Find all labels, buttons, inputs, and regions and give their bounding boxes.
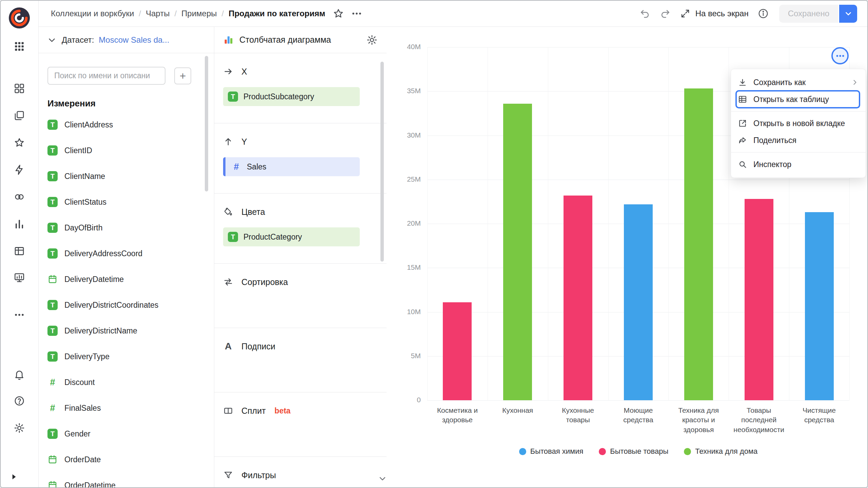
field-chip-Sales[interactable]: #Sales [223, 157, 360, 176]
field-drop-zone[interactable] [223, 289, 378, 328]
chart-settings-gear-icon[interactable] [366, 34, 378, 46]
search-input[interactable] [47, 67, 165, 85]
dataset-field-DayOfBirth[interactable]: TDayOfBirth [39, 215, 214, 241]
dataset-field-DeliveryAddressCoord[interactable]: TDeliveryAddressCoord [39, 241, 214, 266]
expand-rail-icon[interactable] [9, 472, 18, 481]
field-name: DeliveryType [64, 352, 110, 361]
apps-grid-icon[interactable] [14, 41, 25, 52]
bar-3[interactable] [564, 196, 592, 400]
scroll-down-chevron-icon[interactable] [378, 474, 387, 483]
field-chip-ProductCategory[interactable]: TProductCategory [223, 227, 360, 246]
datasets-icon[interactable] [14, 245, 25, 257]
dashboards-icon[interactable] [14, 272, 25, 283]
dataset-field-OrderDate[interactable]: OrderDate [39, 447, 214, 472]
notifications-icon[interactable] [14, 369, 25, 380]
menu-item-open-as-table[interactable]: Открыть как таблицу [731, 91, 866, 108]
chart-more-button[interactable] [831, 47, 849, 64]
string-type-icon: T [47, 326, 58, 336]
bar-5[interactable] [684, 88, 713, 400]
settings-icon[interactable] [14, 422, 25, 434]
breadcrumb-item[interactable]: Примеры [181, 9, 217, 18]
config-section-sort: Сортировка [214, 264, 387, 328]
breadcrumb-item[interactable]: Коллекции и воркбуки [51, 9, 134, 18]
menu-item-share[interactable]: Поделиться [731, 132, 866, 149]
menu-item-label: Инспектор [753, 160, 859, 169]
breadcrumb-item[interactable]: Чарты [146, 9, 170, 18]
connections-icon[interactable] [14, 191, 25, 203]
fullscreen-button[interactable]: На весь экран [680, 8, 749, 19]
share-icon [738, 136, 747, 145]
config-section-header-colors: Цвета [223, 205, 378, 219]
redo-icon[interactable] [659, 8, 671, 19]
favorites-icon[interactable] [14, 137, 25, 148]
collections-icon[interactable] [14, 110, 25, 121]
dataset-field-Gender[interactable]: TGender [39, 421, 214, 447]
dataset-field-FinalSales[interactable]: #FinalSales [39, 395, 214, 421]
collapse-chevron-down-icon[interactable] [47, 35, 57, 45]
field-drop-zone[interactable] [223, 418, 378, 456]
dataset-field-ClientName[interactable]: TClientName [39, 163, 214, 189]
save-dropdown-button[interactable] [839, 5, 857, 23]
config-section-y: Y#Sales [214, 123, 387, 194]
dataset-field-ClientStatus[interactable]: TClientStatus [39, 189, 214, 215]
dataset-field-DeliveryDistrictName[interactable]: TDeliveryDistrictName [39, 318, 214, 344]
dataset-name-link[interactable]: Moscow Sales da... [99, 35, 169, 45]
field-chip-ProductSubcategory[interactable]: TProductSubcategory [223, 87, 360, 106]
menu-separator [731, 111, 866, 111]
undo-icon[interactable] [639, 8, 651, 19]
config-section-header-x: X [223, 65, 378, 78]
legend-item[interactable]: Техника для дома [684, 447, 757, 456]
menu-item-label: Поделиться [753, 136, 859, 145]
chart-actions-ellipsis-icon[interactable] [351, 8, 362, 19]
favorite-star-icon[interactable] [333, 8, 344, 19]
config-panel-scrollbar[interactable] [380, 29, 384, 484]
datalens-logo[interactable] [9, 7, 30, 28]
bar-7[interactable] [805, 212, 834, 400]
saved-button[interactable]: Сохранено [779, 5, 838, 23]
dataset-field-ClientAddress[interactable]: TClientAddress [39, 112, 214, 138]
legend-item[interactable]: Бытовые товары [599, 447, 668, 456]
dataset-field-OrderDatetime[interactable]: OrderDatetime [39, 472, 214, 487]
menu-item-save-as[interactable]: Сохранить как [731, 74, 866, 91]
field-drop-zone[interactable] [223, 353, 378, 392]
split-icon [223, 406, 233, 416]
legend-dot [519, 448, 526, 455]
section-chips: #Sales [223, 157, 378, 176]
add-field-button[interactable]: + [174, 67, 191, 84]
dataset-panel: Датасет: Moscow Sales da... + Измерения … [39, 27, 214, 487]
quick-actions-icon[interactable] [14, 164, 25, 176]
bar-2[interactable] [503, 104, 532, 400]
workbooks-icon[interactable] [14, 83, 25, 94]
menu-item-inspector[interactable]: Инспектор [731, 156, 866, 173]
field-drop-zone[interactable] [223, 482, 378, 487]
breadcrumb-item[interactable]: Продажи по категориям [229, 9, 325, 18]
dataset-field-DeliveryDistrictCoordinates[interactable]: TDeliveryDistrictCoordinates [39, 292, 214, 318]
dataset-field-Discount[interactable]: #Discount [39, 369, 214, 395]
scrollbar-thumb[interactable] [380, 62, 384, 262]
bar-1[interactable] [443, 302, 472, 400]
bar-6[interactable] [745, 199, 773, 400]
column-chart-type-icon[interactable] [223, 35, 234, 45]
field-name: DeliveryDatetime [64, 275, 124, 284]
bar-4[interactable] [624, 204, 653, 400]
dataset-field-ClientID[interactable]: TClientID [39, 138, 214, 163]
section-chips: TProductCategory [223, 227, 378, 246]
menu-item-open-new-tab[interactable]: Открыть в новой вкладке [731, 115, 866, 132]
dataset-panel-scrollbar[interactable] [204, 29, 209, 484]
field-name: ClientStatus [64, 198, 106, 207]
dataset-field-DeliveryType[interactable]: TDeliveryType [39, 344, 214, 369]
charts-icon[interactable] [14, 218, 25, 230]
more-icon[interactable] [14, 309, 25, 321]
help-icon[interactable] [14, 395, 25, 407]
fullscreen-label: На весь экран [695, 9, 749, 18]
saved-label: Сохранено [788, 9, 829, 18]
gridline-vertical [668, 47, 669, 400]
dataset-field-DeliveryDatetime[interactable]: DeliveryDatetime [39, 266, 214, 292]
y-axis-tick-label: 40M [387, 43, 421, 51]
x-axis-category-label: Техника для красоты и здоровья [668, 406, 729, 434]
string-type-icon: T [47, 223, 58, 233]
info-icon[interactable] [757, 8, 769, 19]
external-link-icon [738, 119, 747, 128]
scrollbar-thumb[interactable] [205, 56, 208, 191]
legend-item[interactable]: Бытовая химия [519, 447, 584, 456]
